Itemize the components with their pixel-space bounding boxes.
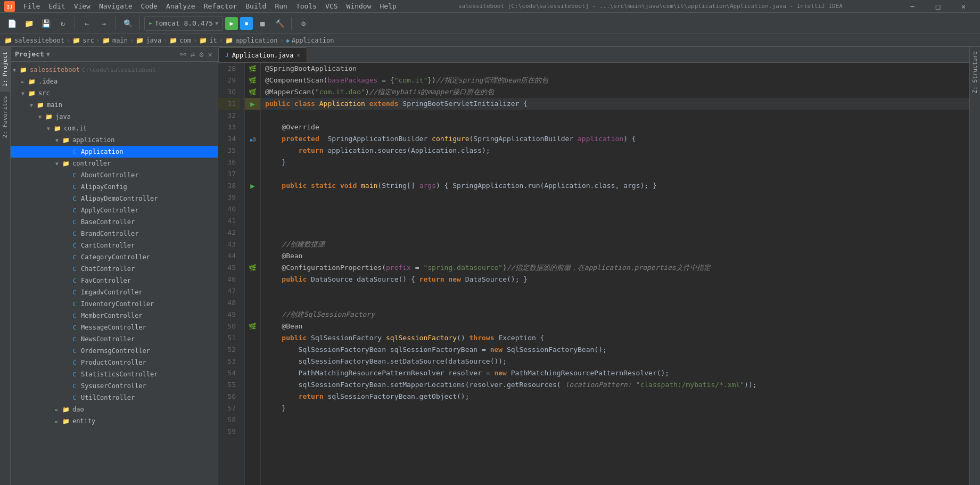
tree-item-label: ProductController [81,359,146,366]
code-token: SpringBootServletInitializer { [398,98,528,110]
breadcrumb-com[interactable]: 📁 com [169,37,191,44]
list-item[interactable]: ▼ 📁 src [11,87,218,99]
run-button[interactable]: ▶ [225,17,238,30]
list-item[interactable]: ► C AlipayDemoController [11,193,218,204]
collapse-button[interactable]: ⇄ [190,49,196,60]
close-button[interactable]: ✕ [951,0,976,13]
menu-run[interactable]: Run [270,0,291,12]
code-token: @Bean [282,250,302,262]
code-line [261,168,969,180]
list-item[interactable]: ► C BaseController [11,216,218,228]
maximize-button[interactable]: □ [926,0,950,13]
menu-refactor[interactable]: Refactor [200,0,242,12]
list-item[interactable]: ▼ 📁 main [11,99,218,111]
code-line: public class Application extends SpringB… [261,98,969,110]
menu-navigate[interactable]: Navigate [95,0,137,12]
menu-build[interactable]: Build [241,0,270,12]
list-item[interactable]: ► 📁 dao [11,404,218,415]
menu-help[interactable]: Help [376,0,401,12]
expand-icon: ▼ [13,67,18,73]
list-item[interactable]: ► C MessageController [11,322,218,333]
close-panel-button[interactable]: ✕ [207,49,213,60]
menu-view[interactable]: View [70,0,95,12]
list-item[interactable]: ► C ChatController [11,263,218,275]
list-item[interactable]: ► C ImgadvController [11,286,218,298]
search-button[interactable]: 🔍 [120,16,135,31]
breadcrumb-java[interactable]: 📁 java [136,37,161,44]
list-item[interactable]: ► C MemberController [11,310,218,322]
list-item[interactable]: ► C ProductController [11,357,218,368]
code-line [261,110,969,121]
list-item[interactable]: ► C OrdermsgController [11,345,218,357]
list-item[interactable]: ▼ 📁 controller [11,158,218,169]
debug-button[interactable]: ◾ [240,17,253,30]
list-item[interactable]: ► C AboutController [11,169,218,181]
app-logo: IJ [4,1,15,12]
open-button[interactable]: 📁 [21,16,36,31]
list-item[interactable]: ► C AlipayConfig [11,181,218,193]
code-token [315,98,319,110]
menu-vcs[interactable]: VCS [321,0,342,12]
close-tab-button[interactable]: ✕ [297,52,300,59]
breadcrumb-application-pkg[interactable]: 📁 application [225,37,277,44]
back-button[interactable]: ← [79,16,94,31]
list-item[interactable]: ► C SysuserController [11,380,218,392]
list-item[interactable]: ► C StatisticsController [11,368,218,380]
menu-file[interactable]: File [19,0,44,12]
code-token: PathMatchingResourcePatternResolver(); [507,367,669,379]
list-item[interactable]: ► C UtilController [11,392,218,404]
breadcrumb-main[interactable]: 📁 main [102,37,128,44]
list-item[interactable]: ▼ 📁 com.it [11,122,218,134]
project-panel: Project ▼ ⚯ ⇄ ⚙ ✕ ▼ 📁 salessiteboot C:\c… [11,47,218,485]
list-item[interactable]: ► 📁 .idea [11,76,218,87]
tree-root[interactable]: ▼ 📁 salessiteboot C:\code\salessiteboot [11,64,218,76]
tree-item-label: FavController [81,277,131,284]
menu-window[interactable]: Window [342,0,376,12]
list-item[interactable]: ► C BrandController [11,228,218,240]
project-side-tab[interactable]: 1: Project [0,47,10,91]
breadcrumb-application-class[interactable]: ◆ Application [286,37,334,44]
breadcrumb-it[interactable]: 📁 it [199,37,217,44]
list-item[interactable]: ► 📁 entity [11,415,218,427]
tree-item-label: AlipayDemoController [81,195,158,202]
list-item[interactable]: ► C CategoryController [11,251,218,263]
settings-button[interactable]: ⚙ [296,16,311,31]
stop-button[interactable]: ■ [255,16,270,31]
line-num: 29 [218,75,240,86]
code-area[interactable]: 28 29 30 31 32 33 34 35 36 37 38 39 40 4… [218,63,969,485]
structure-side-tab[interactable]: Z: Structure [970,47,980,97]
tree-item-label: controller [72,160,111,167]
list-item[interactable]: ► C NewsController [11,333,218,345]
list-item[interactable]: ▼ 📁 java [11,111,218,122]
code-line: @ComponentScan(basePackages = {"com.it"}… [261,75,969,86]
list-item[interactable]: ► C InventoryController [11,298,218,310]
minimize-button[interactable]: − [900,0,925,13]
gutter-cell[interactable]: ▶ [245,98,260,110]
favorites-side-tab[interactable]: 2: Favorites [0,91,10,142]
menu-edit[interactable]: Edit [44,0,69,12]
list-item[interactable]: ► C FavController [11,275,218,286]
locate-button[interactable]: ⚯ [179,49,187,60]
menu-code[interactable]: Code [137,0,162,12]
menu-tools[interactable]: Tools [292,0,321,12]
tab-application-java[interactable]: J Application.java ✕ [218,47,307,62]
breadcrumb-src[interactable]: 📁 src [72,37,94,44]
run-config-dropdown[interactable]: ► Tomcat 8.0.475 ▼ [144,16,223,31]
save-button[interactable]: 💾 [38,16,53,31]
settings-button[interactable]: ⚙ [198,49,204,60]
list-item[interactable]: ► C Application [11,146,218,158]
code-editor[interactable]: @SpringBootApplication @ComponentScan(ba… [261,63,969,485]
new-file-button[interactable]: 📄 [4,16,19,31]
line-num: 57 [218,402,240,414]
gutter-cell[interactable]: ▶ [245,180,260,192]
code-line: @ConfigurationProperties(prefix = "sprin… [261,262,969,274]
folder-icon: 📁 [199,37,207,44]
sync-button[interactable]: ↻ [55,16,70,31]
build-button[interactable]: 🔨 [272,16,287,31]
list-item[interactable]: ► C CartController [11,240,218,251]
menu-analyze[interactable]: Analyze [162,0,200,12]
breadcrumb-root[interactable]: 📁 salessiteboot [4,37,64,44]
forward-button[interactable]: → [96,16,111,31]
list-item[interactable]: ▼ 📁 application [11,134,218,146]
list-item[interactable]: ► C ApplyController [11,204,218,216]
